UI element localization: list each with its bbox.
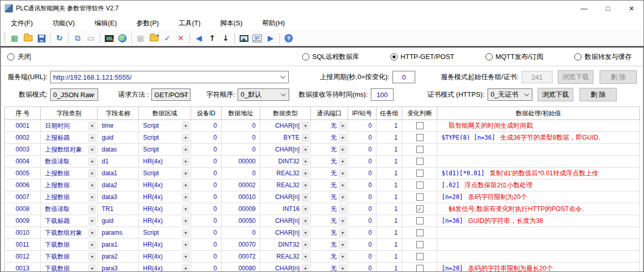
- column-header-1[interactable]: 字段类别: [41, 107, 98, 120]
- menu-item-script[interactable]: 脚本(S): [213, 17, 249, 30]
- column-header-3[interactable]: 数据区域: [139, 107, 191, 120]
- cell-device-id[interactable]: 0: [191, 227, 222, 239]
- cell-category[interactable]: 下载数据: [41, 239, 98, 251]
- dropdown-button[interactable]: [302, 169, 309, 178]
- cell-data-address[interactable]: 0: [222, 168, 260, 179]
- cell-note[interactable]: [n=20]条码字符限制为20个: [437, 191, 640, 203]
- cell-task-group[interactable]: 1: [376, 132, 402, 144]
- server-url-combo[interactable]: http://192.168.1.121:5555/: [50, 71, 289, 83]
- checkbox[interactable]: [416, 134, 423, 141]
- dropdown-button[interactable]: [88, 122, 96, 130]
- cell-data-type[interactable]: CHAR[n]: [260, 191, 311, 203]
- dropdown-button[interactable]: [339, 252, 347, 261]
- delete-button-bottom[interactable]: 删 除: [579, 88, 617, 101]
- cell-field-name[interactable]: datas: [98, 144, 139, 156]
- checkbox[interactable]: [416, 170, 423, 177]
- cell-task-group[interactable]: 1: [376, 239, 402, 251]
- help-icon[interactable]: ?: [282, 32, 295, 44]
- cell-note[interactable]: [437, 251, 640, 263]
- checkbox[interactable]: [416, 253, 423, 260]
- cell-note[interactable]: [437, 156, 640, 168]
- cell-data-area[interactable]: HR(4x): [139, 251, 191, 263]
- dropdown-button[interactable]: [182, 217, 190, 225]
- dropdown-button[interactable]: [339, 145, 347, 154]
- back-arrow-icon[interactable]: ◀: [193, 32, 205, 44]
- cell-category[interactable]: 日期时间: [41, 120, 98, 132]
- minimize-button[interactable]: —: [572, 1, 596, 16]
- browse-download-button-bottom[interactable]: 浏览下载: [538, 88, 573, 101]
- cell-field-name[interactable]: data1: [98, 168, 139, 179]
- column-header-5[interactable]: 数据地址: [222, 107, 260, 120]
- cancel-x-icon[interactable]: ✕: [175, 32, 187, 44]
- cell-ip-station[interactable]: 0: [348, 179, 376, 191]
- cell-port[interactable]: 无: [311, 239, 348, 251]
- cell-data-address[interactable]: 00050: [222, 215, 260, 227]
- cell-ip-station[interactable]: 0: [348, 168, 376, 179]
- dropdown-button[interactable]: [182, 133, 190, 142]
- cell-data-area[interactable]: Script: [139, 120, 191, 132]
- serial-port-icon[interactable]: ▭: [85, 32, 97, 44]
- cell-data-area[interactable]: Script: [139, 144, 191, 156]
- dropdown-button[interactable]: [88, 229, 96, 237]
- cell-category[interactable]: 下载标题: [41, 215, 98, 227]
- cell-port[interactable]: 无: [311, 251, 348, 263]
- cell-data-address[interactable]: 00009: [222, 203, 260, 215]
- cell-task-group[interactable]: 1: [376, 203, 402, 215]
- mode-cache[interactable]: 数据转发与缓存: [574, 52, 632, 62]
- cell-ip-station[interactable]: 0: [348, 203, 376, 215]
- cell-note[interactable]: [n=20]条码的字符串限制为最长20个: [437, 263, 640, 272]
- new-folder-icon[interactable]: [148, 32, 160, 44]
- cell-ip-station[interactable]: 0: [348, 215, 376, 227]
- qc-barcode-icon[interactable]: QC: [251, 32, 263, 44]
- checkbox[interactable]: [416, 265, 423, 272]
- cell-data-type[interactable]: CHAR[n]: [260, 144, 311, 156]
- cell-data-type[interactable]: REAL32: [260, 251, 311, 263]
- up-arrow-icon[interactable]: ↑: [206, 32, 218, 44]
- cell-port[interactable]: 无: [311, 144, 348, 156]
- cell-ip-station[interactable]: 0: [348, 227, 376, 239]
- dropdown-button[interactable]: [302, 157, 309, 166]
- toolbar-grip[interactable]: [4, 33, 6, 43]
- dropdown-button[interactable]: [339, 264, 347, 272]
- cell-note[interactable]: [437, 239, 640, 251]
- dropdown-button[interactable]: [302, 229, 309, 237]
- dropdown-button[interactable]: [88, 217, 96, 225]
- method-select[interactable]: GET/POST: [151, 88, 191, 101]
- column-header-10[interactable]: 变化判断: [402, 107, 437, 120]
- column-header-7[interactable]: 通讯端口: [311, 107, 348, 120]
- cell-device-id[interactable]: 0: [191, 215, 222, 227]
- run-play-icon[interactable]: ▶: [264, 32, 277, 44]
- radio-icon[interactable]: [7, 53, 14, 61]
- cell-device-id[interactable]: 0: [191, 251, 222, 263]
- checkbox[interactable]: [416, 193, 423, 201]
- cell-note[interactable]: [437, 144, 640, 156]
- topology-icon[interactable]: ⧉: [71, 32, 84, 44]
- cell-device-id[interactable]: 0: [191, 191, 222, 203]
- mode-mqtt[interactable]: MQTT发布/订阅: [485, 52, 543, 62]
- cell-field-name[interactable]: guid: [98, 215, 139, 227]
- cell-ip-station[interactable]: 0: [348, 191, 376, 203]
- cell-data-address[interactable]: 00070: [222, 239, 260, 251]
- cell-task-group[interactable]: 1: [376, 179, 402, 191]
- cell-data-area[interactable]: HR(4x): [139, 191, 191, 203]
- dropdown-button[interactable]: [302, 133, 309, 142]
- cell-port[interactable]: 无: [311, 156, 348, 168]
- cell-port[interactable]: 无: [311, 168, 348, 179]
- cell-port[interactable]: 无: [311, 191, 348, 203]
- cell-field-name[interactable]: data3: [98, 191, 139, 203]
- cell-field-name[interactable]: d1: [98, 156, 139, 168]
- radio-icon[interactable]: [485, 53, 493, 61]
- globe-icon[interactable]: [116, 32, 129, 44]
- column-header-2[interactable]: 字段名称: [98, 107, 139, 120]
- cell-data-type[interactable]: BYTE: [260, 132, 311, 144]
- menu-item-help[interactable]: 帮助(H): [255, 17, 292, 30]
- column-header-9[interactable]: 任务组: [376, 107, 402, 120]
- cell-port[interactable]: 无: [311, 203, 348, 215]
- dropdown-button[interactable]: [302, 181, 309, 190]
- cell-category[interactable]: 数值读取: [41, 156, 98, 168]
- dropdown-button[interactable]: [302, 217, 309, 225]
- dropdown-button[interactable]: [302, 193, 309, 202]
- cell-ip-station[interactable]: 0: [348, 156, 376, 168]
- dropdown-button[interactable]: [182, 122, 190, 130]
- image-icon[interactable]: [238, 32, 250, 44]
